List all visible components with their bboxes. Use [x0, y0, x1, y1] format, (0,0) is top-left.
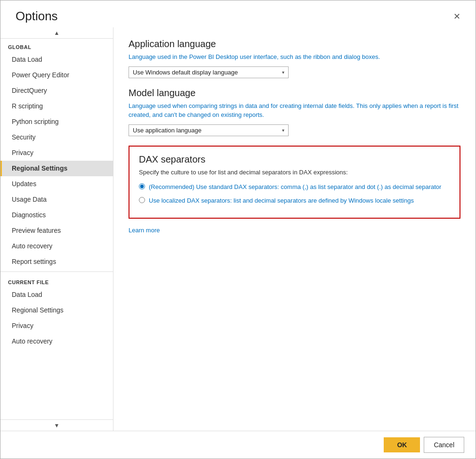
- app-language-section: Application language Language used in th…: [129, 39, 460, 78]
- learn-more-link[interactable]: Learn more: [129, 227, 160, 234]
- sidebar-item-auto-recovery[interactable]: Auto recovery: [0, 238, 113, 254]
- sidebar-item-security[interactable]: Security: [0, 130, 113, 145]
- dax-option-recommended[interactable]: (Recommended) Use standard DAX separator…: [139, 182, 450, 192]
- app-language-dropdown[interactable]: Use Windows default display language ▾: [129, 66, 289, 78]
- sidebar-item-directquery[interactable]: DirectQuery: [0, 83, 113, 98]
- app-language-dropdown-value: Use Windows default display language: [133, 69, 238, 76]
- sidebar-scroll: GLOBAL Data LoadPower Query EditorDirect…: [0, 39, 113, 419]
- sidebar-divider: [0, 271, 113, 272]
- dialog-body: ▲ GLOBAL Data LoadPower Query EditorDire…: [0, 27, 476, 431]
- app-language-title: Application language: [129, 39, 460, 49]
- sidebar: ▲ GLOBAL Data LoadPower Query EditorDire…: [0, 27, 113, 431]
- model-language-title: Model language: [129, 88, 460, 98]
- app-language-dropdown-arrow: ▾: [282, 70, 284, 75]
- dax-option-localized[interactable]: Use localized DAX separators: list and d…: [139, 196, 450, 205]
- sidebar-item-cf-privacy[interactable]: Privacy: [0, 318, 113, 334]
- model-language-dropdown-arrow: ▾: [282, 128, 284, 133]
- ok-button[interactable]: OK: [384, 437, 420, 452]
- close-button[interactable]: ✕: [450, 9, 464, 24]
- sidebar-item-power-query-editor[interactable]: Power Query Editor: [0, 67, 113, 83]
- sidebar-item-cf-regional-settings[interactable]: Regional Settings: [0, 303, 113, 318]
- dax-desc: Specify the culture to use for list and …: [139, 169, 450, 176]
- scroll-up-arrow[interactable]: ▲: [0, 27, 113, 39]
- scroll-down-arrow[interactable]: ▼: [0, 419, 113, 431]
- sidebar-item-python-scripting[interactable]: Python scripting: [0, 114, 113, 130]
- dax-radio-recommended[interactable]: [139, 183, 145, 189]
- sidebar-item-privacy[interactable]: Privacy: [0, 145, 113, 161]
- sidebar-item-cf-auto-recovery[interactable]: Auto recovery: [0, 334, 113, 349]
- dialog-footer: OK Cancel: [0, 431, 476, 459]
- sidebar-item-preview-features[interactable]: Preview features: [0, 223, 113, 238]
- dialog-title: Options: [16, 9, 58, 24]
- sidebar-current-file-items: Data LoadRegional SettingsPrivacyAuto re…: [0, 287, 113, 349]
- global-section-header: GLOBAL: [0, 39, 113, 52]
- cancel-button[interactable]: Cancel: [424, 437, 464, 453]
- dax-title: DAX separators: [139, 154, 450, 165]
- options-dialog: Options ✕ ▲ GLOBAL Data LoadPower Query …: [0, 0, 476, 459]
- dax-radio-options: (Recommended) Use standard DAX separator…: [139, 182, 450, 205]
- app-language-desc: Language used in the Power BI Desktop us…: [129, 52, 460, 62]
- sidebar-global-items: Data LoadPower Query EditorDirectQueryR …: [0, 52, 113, 270]
- sidebar-item-r-scripting[interactable]: R scripting: [0, 98, 113, 114]
- dialog-header: Options ✕: [0, 0, 476, 27]
- sidebar-item-diagnostics[interactable]: Diagnostics: [0, 207, 113, 223]
- sidebar-item-updates[interactable]: Updates: [0, 176, 113, 192]
- main-content: Application language Language used in th…: [113, 27, 476, 431]
- dax-radio-localized[interactable]: [139, 197, 145, 203]
- dax-separators-section: DAX separators Specify the culture to us…: [129, 146, 460, 219]
- sidebar-item-regional-settings[interactable]: Regional Settings: [0, 161, 113, 176]
- model-language-desc: Language used when comparing strings in …: [129, 101, 460, 120]
- dax-option-label-recommended: (Recommended) Use standard DAX separator…: [149, 182, 441, 192]
- model-language-dropdown[interactable]: Use application language ▾: [129, 124, 289, 136]
- dax-option-label-localized: Use localized DAX separators: list and d…: [149, 196, 414, 205]
- model-language-section: Model language Language used when compar…: [129, 88, 460, 136]
- model-language-dropdown-value: Use application language: [133, 127, 202, 134]
- current-file-section-header: CURRENT FILE: [0, 274, 113, 287]
- sidebar-item-data-load[interactable]: Data Load: [0, 52, 113, 67]
- sidebar-item-cf-data-load[interactable]: Data Load: [0, 287, 113, 303]
- sidebar-item-report-settings[interactable]: Report settings: [0, 254, 113, 270]
- sidebar-item-usage-data[interactable]: Usage Data: [0, 192, 113, 207]
